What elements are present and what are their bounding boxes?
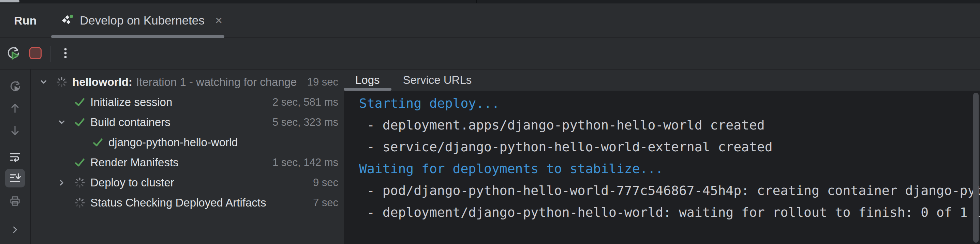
rerun-button — [5, 78, 25, 96]
print-button — [5, 192, 25, 210]
tree-row-duration: 1 sec, 142 ms — [266, 157, 338, 169]
tree-row-title: Deploy to cluster — [91, 176, 174, 189]
chevron-icon — [57, 157, 74, 168]
close-icon[interactable]: ✕ — [215, 15, 223, 26]
console-tab-label: Logs — [355, 74, 380, 87]
spinner-icon — [56, 76, 72, 89]
tree-row-duration: 19 sec — [301, 76, 338, 88]
console-tab-strip: Logs Service URLs — [344, 70, 980, 91]
run-tab-develop-on-kubernetes[interactable]: Develop on Kubernetes ✕ — [51, 3, 224, 38]
tree-row-duration: 5 sec, 323 ms — [266, 116, 338, 128]
up-stack-trace-button — [5, 99, 25, 117]
chevron-icon — [57, 197, 74, 209]
down-stack-trace-button — [5, 122, 25, 140]
tree-row-title: Render Manifests — [91, 156, 179, 169]
console-output[interactable]: Starting deploy... - deployment.apps/dja… — [344, 91, 980, 244]
tree-row[interactable]: Initialize session 2 sec, 581 ms — [31, 92, 344, 112]
chevron-icon[interactable] — [38, 76, 56, 88]
more-options-button[interactable] — [58, 46, 73, 61]
check-icon — [74, 156, 91, 169]
console-scrollbar[interactable] — [973, 93, 978, 242]
check-icon — [74, 116, 91, 129]
scrollbar-remnant — [0, 0, 19, 2]
tree-row[interactable]: Render Manifests 1 sec, 142 ms — [31, 152, 344, 173]
toolbar-divider — [50, 46, 51, 62]
arrow-up-icon — [9, 102, 21, 114]
run-tool-window-header: Run Develop on Kubernetes ✕ — [0, 3, 980, 38]
run-content-area: helloworld: Iteration 1 - watching for c… — [0, 70, 980, 244]
tree-row-subtitle: Iteration 1 - watching for change — [136, 76, 297, 89]
console-log-line: - service/django-python-hello-world-exte… — [359, 136, 980, 158]
chevron-icon[interactable] — [57, 177, 74, 189]
tree-row-duration: 2 sec, 581 ms — [266, 96, 338, 108]
expand-button[interactable] — [5, 220, 25, 239]
run-toolbar — [0, 38, 980, 70]
chevron-icon — [57, 97, 74, 108]
gutter — [0, 70, 31, 244]
tree-row-title: django-python-hello-world — [108, 136, 238, 149]
tree-row[interactable]: Build containers 5 sec, 323 ms — [31, 112, 344, 132]
rerun-icon — [5, 46, 21, 62]
console-log-line: - pod/django-python-hello-world-777c5468… — [359, 180, 980, 201]
check-icon — [74, 96, 91, 109]
tree-row-title: Status Checking Deployed Artifacts — [91, 196, 266, 209]
console-tab-logs[interactable]: Logs — [344, 70, 391, 91]
spinner-icon — [74, 176, 91, 189]
soft-wrap-button[interactable] — [5, 147, 25, 166]
console-tab-service-urls[interactable]: Service URLs — [391, 70, 484, 91]
tree-row-duration: 7 sec — [306, 196, 338, 209]
tree-row[interactable]: helloworld: Iteration 1 - watching for c… — [31, 72, 344, 92]
top-edge-strip — [0, 0, 980, 3]
tree-row-duration: 9 sec — [306, 176, 338, 189]
chevron-icon[interactable] — [57, 117, 74, 128]
tree-row[interactable]: Deploy to cluster 9 sec — [31, 173, 344, 193]
console-log-line: - deployment/django-python-hello-world: … — [359, 201, 980, 223]
kebab-menu-icon — [59, 46, 72, 61]
stop-button[interactable] — [29, 47, 41, 59]
scroll-to-end-button[interactable] — [5, 169, 25, 187]
console-panel: Logs Service URLs Starting deploy... - d… — [344, 70, 980, 244]
check-icon — [92, 136, 108, 149]
console-log-line: Starting deploy... — [359, 92, 980, 114]
run-tab-title: Develop on Kubernetes — [80, 14, 205, 27]
tree-row[interactable]: django-python-hello-world — [31, 132, 344, 152]
console-log-line: - deployment.apps/django-python-hello-wo… — [359, 114, 980, 136]
scroll-to-end-icon — [8, 172, 21, 185]
spinner-icon — [74, 196, 91, 209]
tree-row[interactable]: Status Checking Deployed Artifacts 7 sec — [31, 193, 344, 213]
printer-icon — [9, 195, 21, 207]
rerun-button[interactable] — [5, 46, 21, 62]
deploy-task-tree[interactable]: helloworld: Iteration 1 - watching for c… — [31, 70, 344, 244]
console-log-line: Waiting for deployments to stabilize... — [359, 158, 980, 180]
chevron-icon — [75, 137, 92, 148]
panel-divider — [476, 0, 477, 3]
soft-wrap-icon — [8, 150, 21, 163]
chevron-right-icon — [9, 224, 21, 236]
tool-window-title: Run — [14, 3, 37, 38]
tree-row-title: Initialize session — [91, 96, 172, 109]
rerun-icon — [8, 80, 21, 93]
arrow-down-icon — [9, 125, 21, 137]
tree-row-title: helloworld: — [72, 76, 132, 89]
tree-row-title: Build containers — [91, 116, 170, 129]
console-tab-label: Service URLs — [403, 74, 472, 87]
cloud-code-kubernetes-icon — [61, 14, 74, 27]
